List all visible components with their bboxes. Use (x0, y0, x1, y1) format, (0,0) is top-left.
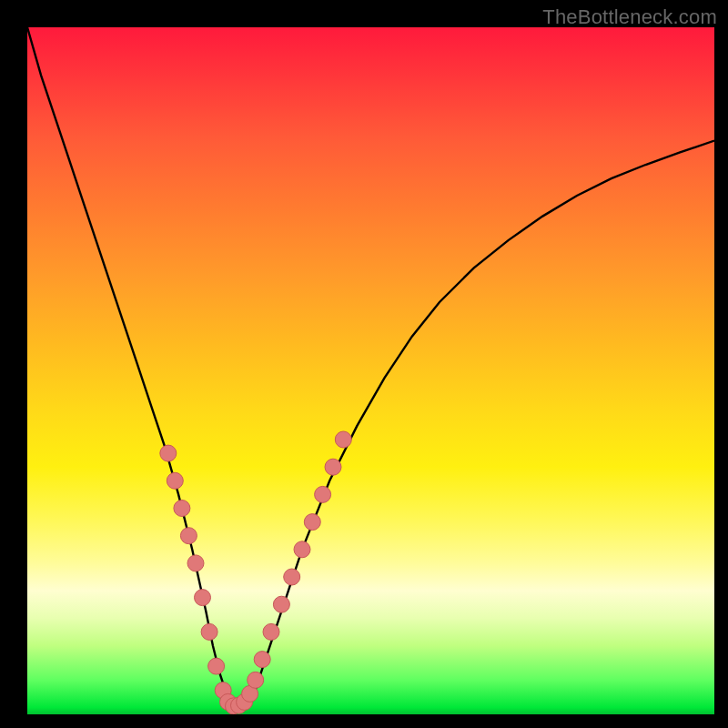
marker-dot (325, 459, 341, 475)
marker-dot (254, 652, 270, 668)
marker-dot (284, 569, 300, 585)
bottleneck-curve (27, 27, 714, 706)
marker-dot (174, 500, 190, 517)
chart-svg (27, 27, 714, 714)
marker-dot (304, 514, 320, 531)
marker-group (160, 431, 351, 714)
marker-dot (167, 472, 183, 489)
marker-dot (248, 672, 264, 688)
marker-dot (273, 596, 289, 612)
marker-dot (294, 541, 310, 558)
marker-dot (315, 486, 331, 502)
marker-dot (335, 431, 351, 448)
marker-dot (180, 528, 197, 544)
marker-dot (208, 658, 225, 674)
marker-dot (263, 623, 279, 640)
marker-dot (195, 590, 211, 606)
marker-dot (187, 555, 204, 571)
marker-dot (160, 445, 177, 461)
marker-dot (201, 623, 217, 640)
watermark-text: TheBottleneck.com (542, 5, 717, 29)
